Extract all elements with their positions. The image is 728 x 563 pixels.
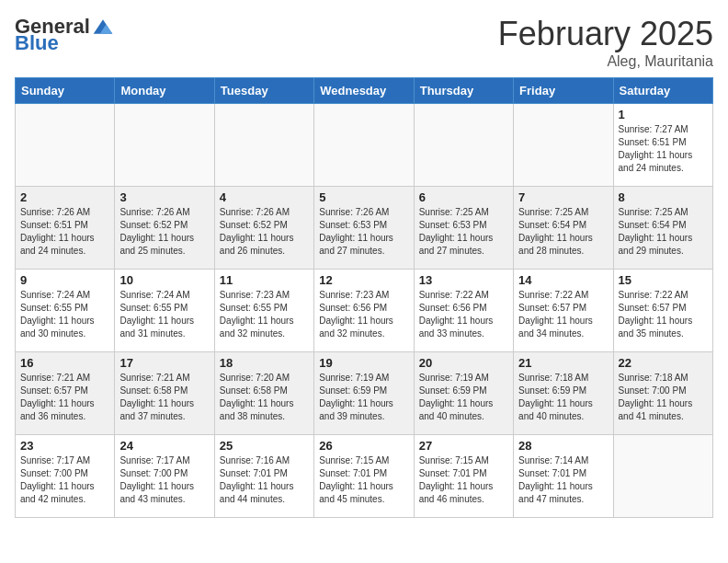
calendar-cell: [414, 104, 513, 187]
day-info: Sunrise: 7:20 AM Sunset: 6:58 PM Dayligh…: [220, 372, 309, 423]
calendar-cell: 17Sunrise: 7:21 AM Sunset: 6:58 PM Dayli…: [115, 352, 214, 435]
calendar-cell: [16, 104, 115, 187]
day-info: Sunrise: 7:19 AM Sunset: 6:59 PM Dayligh…: [419, 372, 508, 423]
day-info: Sunrise: 7:27 AM Sunset: 6:51 PM Dayligh…: [619, 123, 708, 175]
day-number: 15: [619, 273, 708, 287]
calendar-cell: 1Sunrise: 7:27 AM Sunset: 6:51 PM Daylig…: [613, 104, 712, 187]
calendar-cell: 28Sunrise: 7:14 AM Sunset: 7:01 PM Dayli…: [514, 435, 613, 518]
day-number: 11: [220, 273, 309, 287]
day-number: 9: [20, 273, 109, 287]
calendar-week-row: 1Sunrise: 7:27 AM Sunset: 6:51 PM Daylig…: [16, 104, 713, 187]
calendar-cell: [613, 435, 712, 518]
day-info: Sunrise: 7:25 AM Sunset: 6:54 PM Dayligh…: [518, 206, 608, 258]
day-info: Sunrise: 7:16 AM Sunset: 7:01 PM Dayligh…: [220, 454, 309, 506]
logo: General Blue: [15, 15, 114, 55]
calendar-week-row: 23Sunrise: 7:17 AM Sunset: 7:00 PM Dayli…: [16, 435, 713, 518]
calendar-cell: 20Sunrise: 7:19 AM Sunset: 6:59 PM Dayli…: [414, 352, 513, 435]
day-number: 8: [619, 190, 708, 204]
calendar-cell: 24Sunrise: 7:17 AM Sunset: 7:00 PM Dayli…: [115, 435, 214, 518]
logo-icon: [92, 17, 114, 36]
day-info: Sunrise: 7:22 AM Sunset: 6:57 PM Dayligh…: [518, 289, 608, 340]
day-info: Sunrise: 7:25 AM Sunset: 6:53 PM Dayligh…: [419, 206, 508, 258]
weekday-header-saturday: Saturday: [613, 78, 712, 104]
day-number: 26: [319, 439, 408, 453]
day-number: 3: [119, 190, 209, 204]
day-info: Sunrise: 7:15 AM Sunset: 7:01 PM Dayligh…: [419, 454, 508, 506]
weekday-header-tuesday: Tuesday: [214, 78, 313, 104]
calendar-cell: 8Sunrise: 7:25 AM Sunset: 6:54 PM Daylig…: [613, 187, 712, 270]
day-info: Sunrise: 7:21 AM Sunset: 6:57 PM Dayligh…: [20, 372, 109, 423]
day-number: 24: [119, 439, 209, 453]
calendar-cell: 12Sunrise: 7:23 AM Sunset: 6:56 PM Dayli…: [314, 270, 414, 352]
calendar-cell: 16Sunrise: 7:21 AM Sunset: 6:57 PM Dayli…: [16, 352, 115, 435]
day-number: 23: [20, 439, 109, 453]
day-info: Sunrise: 7:22 AM Sunset: 6:56 PM Dayligh…: [419, 289, 508, 340]
day-number: 2: [20, 190, 109, 204]
day-number: 6: [419, 190, 508, 204]
calendar-cell: 23Sunrise: 7:17 AM Sunset: 7:00 PM Dayli…: [16, 435, 115, 518]
day-number: 27: [419, 439, 508, 453]
day-number: 7: [518, 190, 608, 204]
calendar-cell: 14Sunrise: 7:22 AM Sunset: 6:57 PM Dayli…: [514, 270, 613, 352]
day-info: Sunrise: 7:24 AM Sunset: 6:55 PM Dayligh…: [20, 289, 109, 340]
day-info: Sunrise: 7:21 AM Sunset: 6:58 PM Dayligh…: [119, 372, 209, 423]
weekday-header-sunday: Sunday: [16, 78, 115, 104]
day-number: 18: [220, 356, 309, 370]
calendar-week-row: 2Sunrise: 7:26 AM Sunset: 6:51 PM Daylig…: [16, 187, 713, 270]
page-header: General Blue February 2025 Aleg, Maurita…: [15, 15, 713, 70]
calendar-cell: 2Sunrise: 7:26 AM Sunset: 6:51 PM Daylig…: [16, 187, 115, 270]
calendar-cell: [514, 104, 613, 187]
calendar-cell: 11Sunrise: 7:23 AM Sunset: 6:55 PM Dayli…: [214, 270, 313, 352]
calendar-cell: 6Sunrise: 7:25 AM Sunset: 6:53 PM Daylig…: [414, 187, 513, 270]
day-number: 17: [119, 356, 209, 370]
day-number: 25: [220, 439, 309, 453]
day-number: 1: [619, 108, 708, 121]
calendar-cell: 4Sunrise: 7:26 AM Sunset: 6:52 PM Daylig…: [214, 187, 313, 270]
day-number: 16: [20, 356, 109, 370]
day-info: Sunrise: 7:26 AM Sunset: 6:53 PM Dayligh…: [319, 206, 408, 258]
day-info: Sunrise: 7:26 AM Sunset: 6:52 PM Dayligh…: [119, 206, 209, 258]
calendar-cell: 3Sunrise: 7:26 AM Sunset: 6:52 PM Daylig…: [115, 187, 214, 270]
calendar-cell: 25Sunrise: 7:16 AM Sunset: 7:01 PM Dayli…: [214, 435, 313, 518]
day-number: 10: [119, 273, 209, 287]
day-info: Sunrise: 7:26 AM Sunset: 6:51 PM Dayligh…: [20, 206, 109, 258]
calendar-cell: 21Sunrise: 7:18 AM Sunset: 6:59 PM Dayli…: [514, 352, 613, 435]
day-info: Sunrise: 7:26 AM Sunset: 6:52 PM Dayligh…: [220, 206, 309, 258]
day-number: 13: [419, 273, 508, 287]
calendar-cell: 9Sunrise: 7:24 AM Sunset: 6:55 PM Daylig…: [16, 270, 115, 352]
calendar-cell: 15Sunrise: 7:22 AM Sunset: 6:57 PM Dayli…: [613, 270, 712, 352]
day-number: 4: [220, 190, 309, 204]
day-number: 12: [319, 273, 408, 287]
calendar-week-row: 16Sunrise: 7:21 AM Sunset: 6:57 PM Dayli…: [16, 352, 713, 435]
weekday-header-monday: Monday: [115, 78, 214, 104]
weekday-header-thursday: Thursday: [414, 78, 513, 104]
calendar-cell: 22Sunrise: 7:18 AM Sunset: 7:00 PM Dayli…: [613, 352, 712, 435]
weekday-header-wednesday: Wednesday: [314, 78, 414, 104]
day-info: Sunrise: 7:22 AM Sunset: 6:57 PM Dayligh…: [619, 289, 708, 340]
day-info: Sunrise: 7:23 AM Sunset: 6:55 PM Dayligh…: [220, 289, 309, 340]
logo-blue-text: Blue: [15, 31, 59, 55]
calendar-cell: 18Sunrise: 7:20 AM Sunset: 6:58 PM Dayli…: [214, 352, 313, 435]
calendar-cell: [314, 104, 414, 187]
day-info: Sunrise: 7:17 AM Sunset: 7:00 PM Dayligh…: [119, 454, 209, 506]
calendar-cell: [214, 104, 313, 187]
day-info: Sunrise: 7:23 AM Sunset: 6:56 PM Dayligh…: [319, 289, 408, 340]
day-number: 14: [518, 273, 608, 287]
calendar-cell: [115, 104, 214, 187]
day-info: Sunrise: 7:25 AM Sunset: 6:54 PM Dayligh…: [619, 206, 708, 258]
day-info: Sunrise: 7:18 AM Sunset: 6:59 PM Dayligh…: [518, 372, 608, 423]
calendar-week-row: 9Sunrise: 7:24 AM Sunset: 6:55 PM Daylig…: [16, 270, 713, 352]
calendar-cell: 7Sunrise: 7:25 AM Sunset: 6:54 PM Daylig…: [514, 187, 613, 270]
day-number: 5: [319, 190, 408, 204]
title-block: February 2025 Aleg, Mauritania: [498, 15, 713, 70]
day-info: Sunrise: 7:19 AM Sunset: 6:59 PM Dayligh…: [319, 372, 408, 423]
location: Aleg, Mauritania: [498, 53, 713, 70]
calendar-cell: 26Sunrise: 7:15 AM Sunset: 7:01 PM Dayli…: [314, 435, 414, 518]
calendar-table: SundayMondayTuesdayWednesdayThursdayFrid…: [15, 77, 713, 518]
calendar-cell: 5Sunrise: 7:26 AM Sunset: 6:53 PM Daylig…: [314, 187, 414, 270]
day-info: Sunrise: 7:15 AM Sunset: 7:01 PM Dayligh…: [319, 454, 408, 506]
day-number: 28: [518, 439, 608, 453]
day-info: Sunrise: 7:24 AM Sunset: 6:55 PM Dayligh…: [119, 289, 209, 340]
month-title: February 2025: [498, 15, 713, 53]
day-info: Sunrise: 7:17 AM Sunset: 7:00 PM Dayligh…: [20, 454, 109, 506]
